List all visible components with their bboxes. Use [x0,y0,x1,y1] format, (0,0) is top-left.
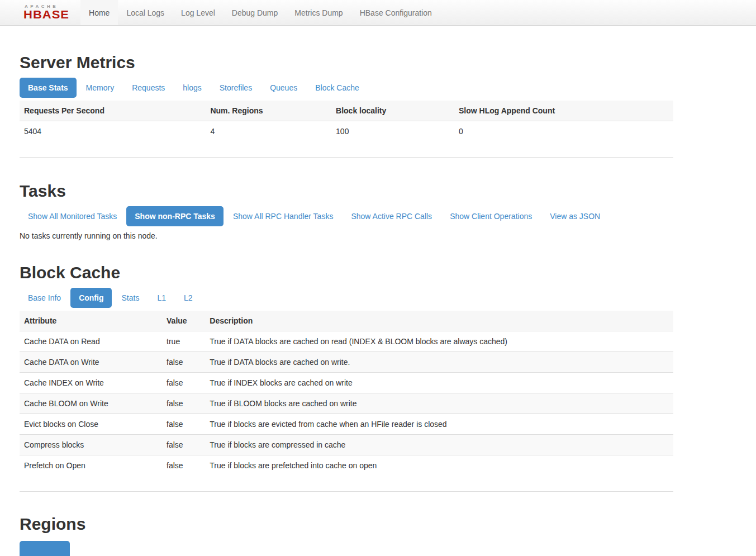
description-cell: True if blocks are evicted from cache wh… [205,414,673,435]
server-metrics-tab-content: Requests Per Second Num. Regions Block l… [20,101,673,158]
block-cache-config-table: Attribute Value Description Cache DATA o… [20,311,673,476]
description-cell: True if DATA blocks are cached on write. [205,352,673,373]
nav-item-metrics-dump[interactable]: Metrics Dump [286,0,351,25]
server-metrics-table: Requests Per Second Num. Regions Block l… [20,101,673,141]
tab-memory[interactable]: Memory [78,78,123,98]
value-num-regions: 4 [206,121,331,142]
nav-item-local-logs[interactable]: Local Logs [118,0,173,25]
description-cell: True if DATA blocks are cached on read (… [205,331,673,352]
regions-tabs [20,541,673,556]
block-cache-title: Block Cache [20,263,673,282]
nav-item-log-level[interactable]: Log Level [173,0,224,25]
regions-section: Regions [20,514,673,556]
page-content: Server Metrics Base Stats Memory Request… [20,53,673,556]
col-block-locality: Block locality [331,101,454,121]
tab-base-stats[interactable]: Base Stats [20,78,77,98]
value-slow-hlog-append-count: 0 [454,121,673,142]
attribute-cell: Cache DATA on Write [20,352,162,373]
col-num-regions: Num. Regions [206,101,331,121]
attribute-cell: Cache DATA on Read [20,331,162,352]
top-navbar: APACHE HBASE Home Local Logs Log Level D… [0,0,756,26]
attribute-cell: Evict blocks on Close [20,414,162,435]
tab-stats[interactable]: Stats [113,288,148,308]
col-requests-per-second: Requests Per Second [20,101,206,121]
nav-item-hbase-configuration[interactable]: HBase Configuration [351,0,440,25]
show-active-rpc-calls-button[interactable]: Show Active RPC Calls [343,206,440,226]
block-cache-header-row: Attribute Value Description [20,311,673,331]
navbar-menu: Home Local Logs Log Level Debug Dump Met… [80,0,440,25]
tab-config[interactable]: Config [70,288,112,308]
col-description: Description [205,311,673,331]
tab-requests[interactable]: Requests [123,78,173,98]
tab-hlogs[interactable]: hlogs [174,78,210,98]
value-cell: false [162,414,205,435]
tab-base-info[interactable]: Base Info [20,288,69,308]
block-cache-tabs: Base Info Config Stats L1 L2 [20,288,673,308]
table-row-cache-index-on-write: Cache INDEX on Write false True if INDEX… [20,373,673,393]
tab-queues[interactable]: Queues [261,78,306,98]
show-non-rpc-tasks-button[interactable]: Show non-RPC Tasks [126,206,224,226]
value-cell: true [162,331,205,352]
tasks-buttons: Show All Monitored Tasks Show non-RPC Ta… [20,206,673,226]
col-value: Value [162,311,205,331]
table-row-cache-data-on-write: Cache DATA on Write false True if DATA b… [20,352,673,373]
server-metrics-data-row: 5404 4 100 0 [20,121,673,142]
tasks-title: Tasks [20,181,673,201]
view-as-json-link[interactable]: View as JSON [541,206,608,226]
tab-l1[interactable]: L1 [149,288,174,308]
col-attribute: Attribute [20,311,162,331]
attribute-cell: Prefetch on Open [20,455,162,476]
description-cell: True if BLOOM blocks are cached on write [205,393,673,414]
table-row-evict-blocks-on-close: Evict blocks on Close false True if bloc… [20,414,673,435]
description-cell: True if INDEX blocks are cached on write [205,373,673,393]
regions-active-tab-clipped[interactable] [20,541,70,556]
logo-hbase-text: HBASE [23,9,69,21]
attribute-cell: Cache BLOOM on Write [20,393,162,414]
regions-title: Regions [20,514,673,534]
table-row-cache-data-on-read: Cache DATA on Read true True if DATA blo… [20,331,673,352]
tasks-section: Tasks Show All Monitored Tasks Show non-… [20,181,673,241]
show-client-operations-button[interactable]: Show Client Operations [441,206,540,226]
tab-l2[interactable]: L2 [175,288,201,308]
description-cell: True if blocks are compressed in cache [205,435,673,455]
table-row-compress-blocks: Compress blocks false True if blocks are… [20,435,673,455]
value-requests-per-second: 5404 [20,121,206,142]
attribute-cell: Cache INDEX on Write [20,373,162,393]
value-cell: false [162,455,205,476]
show-all-rpc-handler-tasks-button[interactable]: Show All RPC Handler Tasks [225,206,341,226]
server-metrics-title: Server Metrics [20,53,673,72]
show-all-monitored-tasks-button[interactable]: Show All Monitored Tasks [20,206,125,226]
block-cache-section: Block Cache Base Info Config Stats L1 L2… [20,263,673,492]
value-cell: false [162,393,205,414]
server-metrics-section: Server Metrics Base Stats Memory Request… [20,53,673,158]
tab-storefiles[interactable]: Storefiles [211,78,260,98]
col-slow-hlog-append-count: Slow HLog Append Count [454,101,673,121]
nav-item-debug-dump[interactable]: Debug Dump [224,0,287,25]
table-row-prefetch-on-open: Prefetch on Open false True if blocks ar… [20,455,673,476]
value-block-locality: 100 [331,121,454,142]
value-cell: false [162,352,205,373]
attribute-cell: Compress blocks [20,435,162,455]
nav-item-home[interactable]: Home [80,0,118,25]
description-cell: True if blocks are prefetched into cache… [205,455,673,476]
server-metrics-header-row: Requests Per Second Num. Regions Block l… [20,101,673,121]
value-cell: false [162,373,205,393]
no-tasks-message: No tasks currently running on this node. [20,230,673,241]
table-row-cache-bloom-on-write: Cache BLOOM on Write false True if BLOOM… [20,393,673,414]
server-metrics-tabs: Base Stats Memory Requests hlogs Storefi… [20,78,673,98]
tab-block-cache[interactable]: Block Cache [307,78,368,98]
hbase-logo[interactable]: APACHE HBASE [0,0,80,25]
value-cell: false [162,435,205,455]
block-cache-tab-content: Attribute Value Description Cache DATA o… [20,311,673,492]
